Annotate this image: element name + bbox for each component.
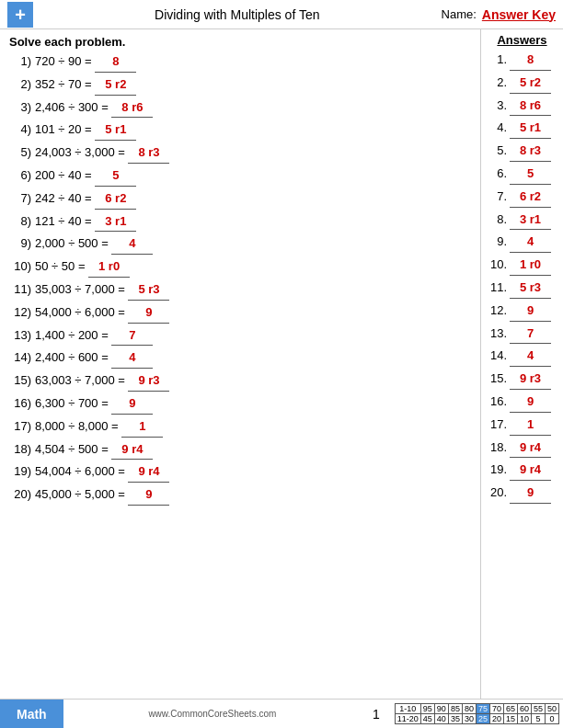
answers-header: Answers bbox=[487, 33, 557, 47]
problem-row: 20) 45,000 ÷ 5,000 = 9 bbox=[9, 485, 471, 506]
footer-website: www.CommonCoreSheets.com bbox=[63, 709, 362, 719]
problem-row: 17) 8,000 ÷ 8,000 = 1 bbox=[9, 417, 471, 438]
problems-section: Solve each problem. 1) 720 ÷ 90 = 8 2) 3… bbox=[0, 29, 480, 699]
score-cell: 35 bbox=[448, 714, 462, 724]
problem-text: 4,504 ÷ 500 = 9 r4 bbox=[35, 440, 471, 461]
answer-number: 5. bbox=[487, 142, 507, 161]
answer-value: 8 r3 bbox=[510, 142, 551, 162]
answer-row: 17. 1 bbox=[487, 415, 557, 436]
score-cell: 80 bbox=[462, 704, 476, 714]
problem-answer: 1 r0 bbox=[88, 257, 130, 278]
score-cell: 55 bbox=[531, 704, 545, 714]
problem-number: 14) bbox=[9, 348, 31, 368]
problem-number: 5) bbox=[9, 143, 31, 163]
problem-row: 15) 63,003 ÷ 7,000 = 9 r3 bbox=[9, 371, 471, 392]
answer-number: 8. bbox=[487, 210, 507, 230]
answer-row: 4. 5 r1 bbox=[487, 119, 557, 139]
score-cell: 1-10 bbox=[395, 704, 420, 714]
problem-text: 720 ÷ 90 = 8 bbox=[35, 52, 471, 73]
answer-value: 9 r3 bbox=[510, 370, 551, 390]
problem-row: 3) 2,406 ÷ 300 = 8 r6 bbox=[9, 98, 471, 119]
score-cell: 25 bbox=[476, 714, 489, 724]
score-cell: 30 bbox=[462, 714, 476, 724]
problem-text: 200 ÷ 40 = 5 bbox=[35, 166, 471, 187]
logo-icon bbox=[7, 2, 33, 28]
problem-row: 12) 54,000 ÷ 6,000 = 9 bbox=[9, 303, 471, 324]
answer-key-section: Answers 1. 8 2. 5 r2 3. 8 r6 4. 5 r1 5. … bbox=[480, 29, 563, 699]
answer-number: 16. bbox=[487, 392, 507, 412]
problem-answer: 4 bbox=[111, 234, 153, 255]
problem-answer: 8 bbox=[95, 52, 136, 73]
answer-row: 19. 9 r4 bbox=[487, 461, 557, 481]
problem-number: 7) bbox=[9, 189, 31, 209]
answer-value: 5 r3 bbox=[510, 279, 551, 299]
problem-text: 2,400 ÷ 600 = 4 bbox=[35, 348, 471, 369]
answer-value: 9 bbox=[510, 392, 551, 413]
problem-row: 14) 2,400 ÷ 600 = 4 bbox=[9, 348, 471, 369]
answer-row: 18. 9 r4 bbox=[487, 438, 557, 459]
answer-value: 1 bbox=[510, 415, 551, 436]
problem-text: 1,400 ÷ 200 = 7 bbox=[35, 326, 471, 347]
problem-answer: 4 bbox=[111, 348, 153, 369]
answer-value: 8 bbox=[510, 51, 551, 71]
problem-answer: 6 r2 bbox=[95, 189, 136, 210]
answer-row: 16. 9 bbox=[487, 392, 557, 413]
problem-text: 8,000 ÷ 8,000 = 1 bbox=[35, 417, 471, 438]
problem-answer: 9 r3 bbox=[128, 371, 169, 392]
answer-number: 15. bbox=[487, 370, 507, 389]
problem-row: 16) 6,300 ÷ 700 = 9 bbox=[9, 394, 471, 415]
answer-row: 3. 8 r6 bbox=[487, 97, 557, 117]
answer-row: 9. 4 bbox=[487, 233, 557, 253]
answer-number: 18. bbox=[487, 438, 507, 458]
problem-number: 11) bbox=[9, 280, 31, 300]
footer-page-number: 1 bbox=[362, 707, 391, 722]
answer-number: 13. bbox=[487, 324, 507, 344]
answer-value: 5 bbox=[510, 165, 551, 185]
problem-number: 12) bbox=[9, 303, 31, 323]
problem-row: 2) 352 ÷ 70 = 5 r2 bbox=[9, 75, 471, 96]
problem-row: 9) 2,000 ÷ 500 = 4 bbox=[9, 234, 471, 255]
answer-row: 10. 1 r0 bbox=[487, 256, 557, 276]
problem-number: 19) bbox=[9, 462, 31, 482]
answer-value: 9 bbox=[510, 483, 551, 504]
problem-number: 10) bbox=[9, 257, 31, 277]
math-badge: Math bbox=[0, 700, 63, 728]
problem-text: 6,300 ÷ 700 = 9 bbox=[35, 394, 471, 415]
answer-number: 17. bbox=[487, 415, 507, 435]
problem-number: 1) bbox=[9, 52, 31, 72]
problem-number: 4) bbox=[9, 120, 31, 140]
answer-row: 13. 7 bbox=[487, 324, 557, 345]
answer-value: 5 r1 bbox=[510, 119, 551, 139]
answer-value: 9 bbox=[510, 301, 551, 322]
answer-row: 2. 5 r2 bbox=[487, 74, 557, 94]
problem-number: 3) bbox=[9, 98, 31, 118]
answer-value: 4 bbox=[510, 233, 551, 253]
answer-number: 1. bbox=[487, 51, 507, 70]
problem-number: 9) bbox=[9, 234, 31, 254]
answer-number: 4. bbox=[487, 119, 507, 138]
page-title: Dividing with Multiples of Ten bbox=[33, 7, 442, 22]
problem-number: 17) bbox=[9, 417, 31, 437]
problem-row: 11) 35,003 ÷ 7,000 = 5 r3 bbox=[9, 280, 471, 301]
answer-value: 9 r4 bbox=[510, 438, 551, 459]
problem-row: 10) 50 ÷ 50 = 1 r0 bbox=[9, 257, 471, 278]
problem-text: 63,003 ÷ 7,000 = 9 r3 bbox=[35, 371, 471, 392]
problem-answer: 7 bbox=[111, 326, 153, 347]
problem-row: 7) 242 ÷ 40 = 6 r2 bbox=[9, 189, 471, 210]
problem-text: 35,003 ÷ 7,000 = 5 r3 bbox=[35, 280, 471, 301]
problem-answer: 5 r3 bbox=[128, 280, 169, 301]
problem-row: 5) 24,003 ÷ 3,000 = 8 r3 bbox=[9, 143, 471, 164]
answer-value: 5 r2 bbox=[510, 74, 551, 94]
answer-number: 10. bbox=[487, 256, 507, 275]
problem-number: 15) bbox=[9, 371, 31, 391]
answer-number: 9. bbox=[487, 233, 507, 252]
answer-number: 14. bbox=[487, 347, 507, 366]
problem-text: 352 ÷ 70 = 5 r2 bbox=[35, 75, 471, 96]
answer-number: 6. bbox=[487, 165, 507, 184]
problem-answer: 9 bbox=[128, 485, 169, 506]
problem-text: 24,003 ÷ 3,000 = 8 r3 bbox=[35, 143, 471, 164]
problem-answer: 1 bbox=[121, 417, 163, 438]
score-cell: 85 bbox=[448, 704, 462, 714]
problem-text: 242 ÷ 40 = 6 r2 bbox=[35, 189, 471, 210]
score-cell: 11-20 bbox=[395, 714, 420, 724]
